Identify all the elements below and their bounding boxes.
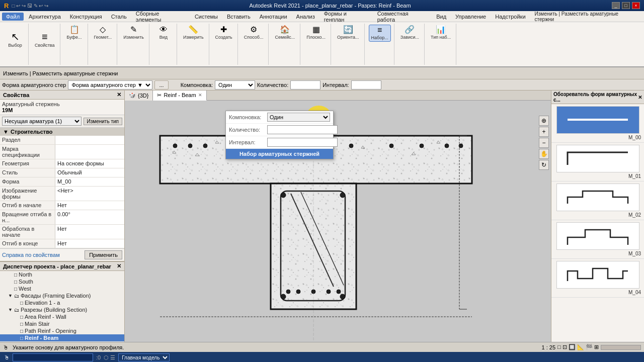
element-subtype: 19М (2, 107, 122, 113)
tree-group-razrezy[interactable]: ▼ 🗂Разрезы (Building Section) (0, 306, 124, 313)
tree-item-north[interactable]: □North (0, 271, 124, 278)
ribbon-btn-measure[interactable]: 📏 Измерить (181, 25, 206, 41)
help-link[interactable]: Справка по свойствам (2, 252, 60, 258)
tree-item-elevation[interactable]: □Elevation 1 - a (0, 299, 124, 306)
form-selector-dropdown[interactable]: Форма арматурного стер ▼ (68, 80, 152, 89)
menu-manage[interactable]: Управление (451, 13, 490, 21)
right-panel: Обозреватель форм арматурных с... ✕ M_00 (551, 90, 644, 342)
ribbon-btn-geom[interactable]: ◇ Геомет... (92, 25, 114, 41)
ribbon-group-typeset: 📊 Тип наб... (426, 24, 456, 65)
page-icon-west: □ (14, 286, 17, 292)
interval-label: Интервал: (323, 82, 349, 88)
tab-3d[interactable]: 🎲 {3D} (125, 90, 153, 101)
ribbon-btn-create[interactable]: ✚ Создать (213, 25, 234, 41)
tree-item-reinf-beam[interactable]: □Reinf - Beam (0, 334, 124, 341)
shape-label-m01: M_01 (628, 173, 643, 179)
kolichestvo-dropdown-input[interactable] (267, 125, 338, 134)
kolichestvo-input[interactable] (290, 80, 320, 89)
menu-analyze[interactable]: Анализ (292, 13, 319, 21)
right-panel-close-btn[interactable]: ✕ (638, 95, 642, 100)
tree-group-fasady[interactable]: ▼ 🗂Фасады (Framing Elevation) (0, 292, 124, 299)
shape-item-m00[interactable]: M_00 (551, 104, 644, 143)
rotate-btn[interactable]: ↻ (539, 160, 549, 170)
tree-item-reinf-sketch[interactable]: □Reinf - Sketch (0, 341, 124, 342)
shape-item-m01[interactable]: M_01 (551, 143, 644, 182)
tab-reinf-beam[interactable]: ✂ Reinf - Beam ✕ (153, 90, 206, 101)
tree-item-south[interactable]: □South (0, 278, 124, 285)
zoom-out-btn[interactable]: − (539, 138, 549, 148)
close-tab-icon[interactable]: ✕ (198, 93, 202, 98)
tree-item-west[interactable]: □West (0, 285, 124, 292)
menu-construct[interactable]: Конструкция (66, 13, 106, 21)
menu-annotate[interactable]: Аннотации (256, 13, 291, 21)
properties-close-btn[interactable]: ✕ (117, 92, 121, 98)
komponent-dropdown-select[interactable]: Один Набор (267, 113, 330, 122)
zoom-extents-btn[interactable]: ⊕ (539, 116, 549, 126)
menu-collaborate[interactable]: Совместная работа (373, 10, 432, 24)
interval-dropdown-input[interactable] (267, 138, 338, 147)
ribbon-btn-view[interactable]: 👁 Вид (153, 25, 174, 41)
menu-modify[interactable]: Изменить | Разместить арматурные стержни (531, 10, 642, 23)
change-type-button[interactable]: Изменить тип (84, 118, 122, 125)
komponent-select[interactable]: Один Набор (215, 80, 255, 89)
shape-item-m04[interactable]: M_04 (551, 259, 644, 298)
menu-steel[interactable]: Сталь (107, 13, 131, 21)
form-selector-more-btn[interactable]: ... (154, 80, 168, 89)
section-collapse-icon[interactable]: ▼ (3, 129, 9, 135)
ribbon-btn-depend[interactable]: 🔗 Зависи... (398, 25, 421, 41)
apply-button[interactable]: Применить (85, 250, 122, 259)
zoom-in-btn[interactable]: + (539, 127, 549, 137)
shape-preview-m01 (556, 145, 639, 172)
menu-arch[interactable]: Архитектура (25, 13, 65, 21)
shape-item-m03[interactable]: M_03 (551, 220, 644, 259)
ribbon-btn-change[interactable]: ✎ Изменить (121, 25, 146, 41)
ribbon-btn-typeset[interactable]: 📊 Тип наб... (429, 25, 453, 41)
dropdown-menu[interactable]: Компоновка: Один Набор Количество: Интер… (225, 111, 334, 159)
project-close-btn[interactable]: ✕ (117, 263, 121, 269)
ribbon-group-family: 🏠 Семейс... (270, 24, 300, 65)
shape-preview-m04 (556, 261, 639, 289)
drawing-canvas[interactable]: ⊕ + − ✋ ↻ (125, 101, 551, 342)
menu-file[interactable]: Файл (2, 13, 24, 21)
svg-point-27 (203, 144, 207, 148)
ribbon-group-geom: ◇ Геомет... (89, 24, 118, 65)
type-select-dropdown[interactable]: Несущая арматура (1) (2, 117, 82, 126)
model-select[interactable]: Главная модель (118, 353, 170, 361)
close-button[interactable]: × (632, 2, 640, 9)
ribbon-btn-orient[interactable]: 🔄 Ориента... (335, 25, 361, 41)
window-controls[interactable]: _ □ × (612, 2, 640, 9)
menu-addins[interactable]: Надстройки (491, 13, 529, 21)
command-input[interactable] (13, 353, 93, 361)
maximize-button[interactable]: □ (622, 2, 630, 9)
tree-item-main-stair[interactable]: □Main Stair (0, 320, 124, 327)
menu-view[interactable]: Вид (432, 13, 450, 21)
buffer-icon: 📋 (69, 26, 79, 34)
nabor-sterzh-btn[interactable]: Набор арматурных стержней (226, 149, 333, 159)
svg-point-18 (281, 294, 286, 299)
menu-insert[interactable]: Вставить (223, 13, 255, 21)
interval-input[interactable] (351, 80, 381, 89)
view-icons[interactable]: □ ⊡ 🔲 📐 🏁 ⊞ (557, 344, 599, 350)
ribbon-btn-props[interactable]: ≡ Свойства (33, 25, 57, 55)
minimize-button[interactable]: _ (612, 2, 620, 9)
scrollbar-area[interactable] (601, 345, 641, 350)
shape-item-m02[interactable]: M_02 (551, 182, 644, 220)
ribbon-group-nabor: ≡ Набор... (366, 24, 394, 65)
ribbon-btn-family[interactable]: 🏠 Семейс... (273, 25, 297, 41)
tree-item-area-reinf[interactable]: □Area Reinf - Wall (0, 313, 124, 320)
prop-otgib-start: Отгиб в начале Нет (0, 201, 124, 210)
tree-item-path-reinf[interactable]: □Path Reinf - Opening (0, 327, 124, 334)
ribbon-group-select: ↖ Выбор (2, 24, 29, 65)
ribbon-btn-select[interactable]: ↖ Выбор (5, 25, 25, 55)
menu-systems[interactable]: Системы (191, 13, 222, 21)
ribbon-btn-nabor[interactable]: ≡ Набор... (369, 25, 391, 42)
quick-access-icons[interactable]: □ ↩ ↪ 🖫 ✎ ↩ ↪ (12, 3, 48, 9)
ribbon-btn-buffer[interactable]: 📋 Буфе... (64, 25, 85, 41)
ribbon-btn-method[interactable]: ⚙ Способ... (242, 25, 266, 41)
menu-precast[interactable]: Сборные элементы (132, 10, 190, 24)
shape-svg-m00 (562, 109, 633, 131)
pan-btn[interactable]: ✋ (539, 149, 549, 159)
ribbon-btn-plane[interactable]: ▦ Плоско... (304, 25, 328, 41)
view-icon: 👁 (159, 26, 168, 34)
menu-forms[interactable]: Формы и генплан (320, 10, 372, 24)
